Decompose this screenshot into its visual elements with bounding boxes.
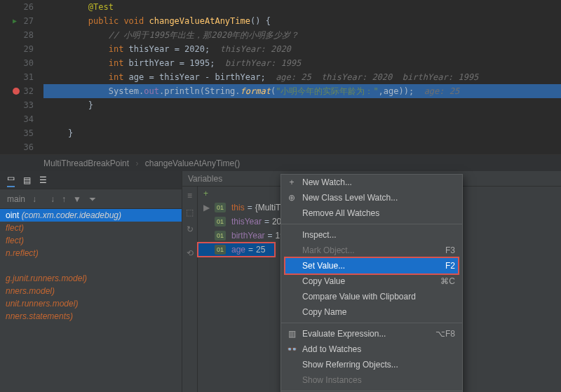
frame-row[interactable]: flect) bbox=[0, 234, 182, 247]
menu-item-label: Evaluate Expression... bbox=[302, 329, 430, 339]
menu-item-icon: ▥ bbox=[287, 329, 297, 339]
frame-row[interactable]: n.reflect) bbox=[0, 247, 182, 259]
menu-item-shortcut: F2 bbox=[445, 261, 455, 271]
var-type-icon: 01 bbox=[215, 203, 226, 212]
menu-item-shortcut: ⌥F8 bbox=[435, 329, 455, 339]
variable-name: age bbox=[231, 243, 245, 257]
frames-toolbar-icon[interactable]: main bbox=[7, 194, 25, 204]
variables-title: Variables bbox=[188, 171, 222, 187]
breadcrumb-item[interactable]: MultiThreadBreakPoint bbox=[43, 158, 129, 168]
menu-item[interactable]: Remove All Watches bbox=[281, 205, 462, 221]
frame-row[interactable]: g.junit.runners.model) bbox=[0, 272, 182, 285]
menu-item[interactable]: Compare Value with Clipboard bbox=[281, 289, 462, 304]
menu-item: Show Instances bbox=[281, 372, 462, 388]
equals-sign: = bbox=[268, 229, 273, 243]
menu-item-label: Set Value... bbox=[302, 261, 440, 271]
frame-row[interactable]: nners.model) bbox=[0, 285, 182, 297]
menu-item[interactable]: ▥Evaluate Expression...⌥F8 bbox=[281, 326, 462, 342]
breakpoint-icon[interactable] bbox=[13, 88, 20, 95]
menu-item[interactable]: Show Referring Objects... bbox=[281, 357, 462, 372]
variables-toolbar-icon[interactable]: ⟲ bbox=[187, 248, 194, 258]
plus-icon: + bbox=[203, 187, 208, 201]
frame-row[interactable]: flect) bbox=[0, 222, 182, 234]
frames-list[interactable]: oint (com.xm.coder.ideadebug)flect)flect… bbox=[0, 209, 182, 392]
equals-sign: = bbox=[248, 243, 253, 257]
variable-name: this bbox=[231, 201, 245, 215]
var-type-icon: 01 bbox=[215, 231, 226, 241]
menu-separator bbox=[281, 391, 462, 391]
frames-toolbar-icon[interactable]: ⏷ bbox=[88, 194, 97, 204]
code-line[interactable]: int thisYear = 2020; thisYear: 2020 bbox=[43, 42, 561, 56]
menu-item-label: Inspect... bbox=[302, 230, 450, 240]
frame-row[interactable]: oint (com.xm.coder.ideadebug) bbox=[0, 209, 182, 222]
menu-item-label: Mark Object... bbox=[302, 245, 440, 255]
variable-name: thisYear bbox=[231, 215, 262, 229]
details-tab-icon[interactable]: ☰ bbox=[39, 175, 47, 185]
variables-toolbar-icon[interactable]: ↻ bbox=[187, 224, 194, 234]
debug-tabstrip[interactable]: ▭ ▤ ☰ bbox=[0, 171, 182, 189]
menu-item-label: New Class Level Watch... bbox=[302, 193, 450, 203]
run-test-icon[interactable]: ▶ bbox=[13, 17, 17, 25]
menu-item-icon: 👓 bbox=[287, 344, 297, 354]
frame-row[interactable]: nners.statements) bbox=[0, 310, 182, 323]
variable-row[interactable]: 01age = 25 bbox=[198, 243, 275, 257]
code-editor[interactable]: 2627282930313233343536▶ @Test public voi… bbox=[0, 0, 561, 154]
frames-toolbar-icon[interactable]: ↑ bbox=[62, 194, 66, 204]
menu-item-label: Show Referring Objects... bbox=[302, 360, 450, 370]
variable-value: 25 bbox=[256, 243, 265, 257]
code-line[interactable]: } bbox=[43, 126, 561, 140]
variables-toolbar-icon[interactable]: ≡ bbox=[187, 191, 192, 201]
frames-toolbar[interactable]: main↓↓↑▼⏷ bbox=[0, 189, 182, 209]
menu-item-label: Compare Value with Clipboard bbox=[302, 292, 450, 302]
equals-sign: = bbox=[248, 201, 252, 215]
breadcrumb-item[interactable]: changeValueAtAnyTime() bbox=[145, 158, 240, 168]
code-line[interactable]: // 小明于1995年出生，那2020年的小明多少岁？ bbox=[43, 28, 561, 42]
menu-item-label: Add to Watches bbox=[302, 344, 450, 354]
code-line[interactable] bbox=[43, 112, 561, 126]
menu-item-label: New Watch... bbox=[302, 177, 450, 187]
code-lines: @Test public void changeValueAtAnyTime()… bbox=[43, 0, 561, 154]
frames-panel: ▭ ▤ ☰ main↓↓↑▼⏷ oint (com.xm.coder.idead… bbox=[0, 171, 182, 392]
code-line[interactable] bbox=[43, 140, 561, 154]
frames-toolbar-icon[interactable]: ▼ bbox=[73, 194, 81, 204]
menu-item[interactable]: Set Value...F2 bbox=[285, 258, 458, 273]
menu-item-label: Copy Value bbox=[302, 276, 435, 286]
code-line[interactable]: } bbox=[43, 98, 561, 112]
variables-side-toolbar[interactable]: ≡⬚↻⟲ bbox=[182, 187, 198, 392]
expand-icon[interactable]: ▶ bbox=[203, 201, 212, 215]
menu-item-label: Show Instances bbox=[302, 375, 450, 385]
menu-item[interactable]: Copy Name bbox=[281, 304, 462, 320]
code-line[interactable]: @Test bbox=[43, 0, 561, 14]
menu-separator bbox=[281, 323, 462, 323]
code-line[interactable]: System.out.println(String.format("小明今年的实… bbox=[43, 84, 561, 98]
menu-item[interactable]: Copy Value⌘C bbox=[281, 273, 462, 289]
frames-toolbar-icon[interactable]: ↓ bbox=[32, 194, 36, 204]
context-menu[interactable]: +New Watch...⊕New Class Level Watch...Re… bbox=[280, 174, 463, 392]
menu-item: Mark Object...F3 bbox=[281, 243, 462, 258]
menu-item-shortcut: ⌘C bbox=[440, 276, 455, 286]
menu-item[interactable]: Inspect... bbox=[281, 227, 462, 243]
menu-separator bbox=[281, 224, 462, 224]
variable-name: birthYear bbox=[231, 229, 265, 243]
variables-toolbar-icon[interactable]: ⬚ bbox=[186, 208, 194, 217]
menu-item-label: Copy Name bbox=[302, 307, 450, 317]
code-line[interactable]: int age = thisYear - birthYear; age: 25 … bbox=[43, 70, 561, 84]
menu-item[interactable]: 👓Add to Watches bbox=[281, 342, 462, 357]
breadcrumb[interactable]: MultiThreadBreakPoint › changeValueAtAny… bbox=[0, 154, 561, 171]
code-line[interactable]: int birthYear = 1995; birthYear: 1995 bbox=[43, 56, 561, 70]
editor-gutter: 2627282930313233343536▶ bbox=[0, 0, 42, 154]
breadcrumb-sep: › bbox=[135, 158, 138, 168]
menu-item-shortcut: F3 bbox=[445, 245, 455, 255]
debugger-tab[interactable]: ▭ bbox=[7, 173, 15, 187]
menu-item[interactable]: ⊕New Class Level Watch... bbox=[281, 190, 462, 205]
table-tab-icon[interactable]: ▤ bbox=[23, 175, 31, 185]
menu-item-label: Remove All Watches bbox=[302, 208, 450, 218]
menu-item-icon: ⊕ bbox=[287, 193, 297, 203]
frame-row[interactable]: unit.runners.model) bbox=[0, 297, 182, 310]
menu-item[interactable]: +New Watch... bbox=[281, 175, 462, 190]
frame-row[interactable] bbox=[0, 259, 182, 272]
code-line[interactable]: public void changeValueAtAnyTime() { bbox=[43, 14, 561, 28]
equals-sign: = bbox=[264, 215, 269, 229]
var-type-icon: 01 bbox=[215, 217, 226, 227]
frames-toolbar-icon[interactable]: ↓ bbox=[50, 194, 55, 204]
